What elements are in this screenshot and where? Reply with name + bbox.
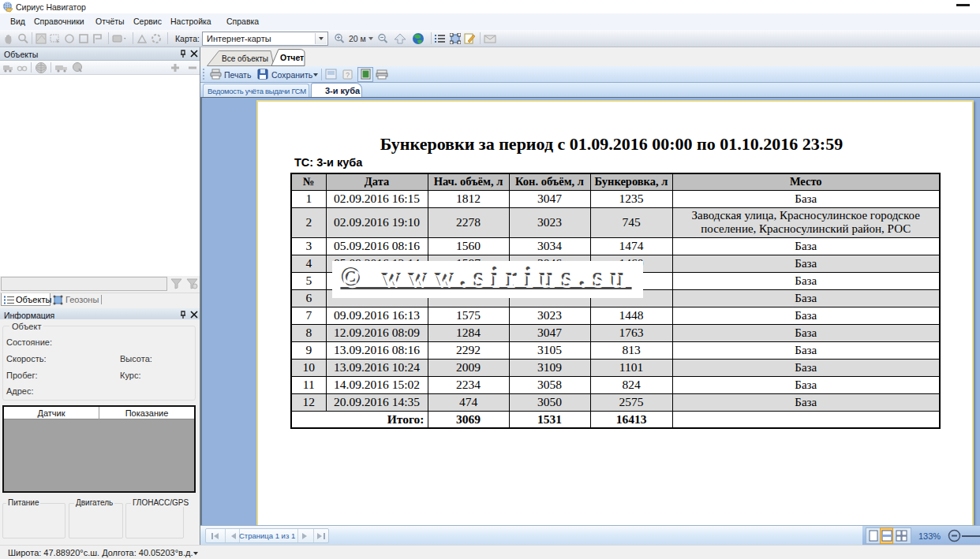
svg-text:?: ? [346, 71, 350, 79]
